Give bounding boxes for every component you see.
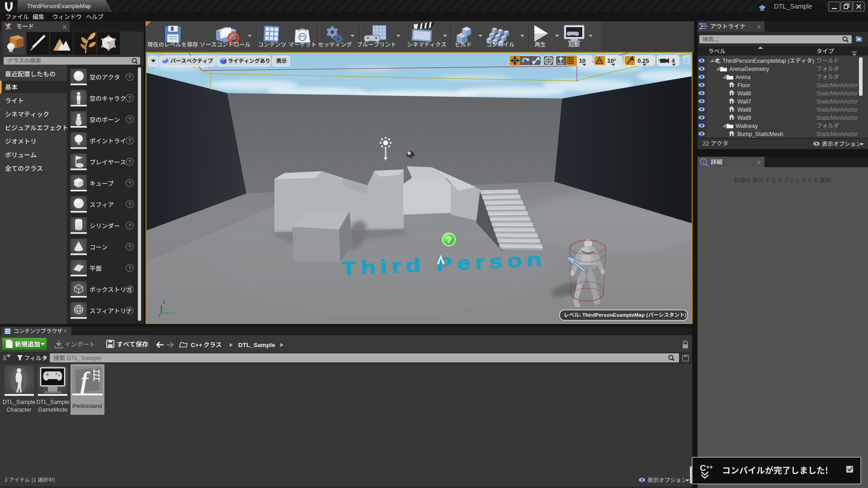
svg-text:?: ? [128, 308, 132, 313]
svg-text:?: ? [128, 286, 132, 292]
svg-text:10°: 10° [607, 57, 616, 64]
svg-text:?: ? [128, 180, 132, 186]
svg-text:StaticMeshActor: StaticMeshActor [816, 99, 858, 105]
svg-text:ThirdPersonExampleMap: ThirdPersonExampleMap [27, 3, 91, 9]
svg-text:Wall6: Wall6 [737, 90, 751, 97]
svg-text:C++: C++ [191, 342, 203, 348]
svg-text:Arena: Arena [736, 74, 750, 80]
svg-text:StaticMeshActor: StaticMeshActor [816, 107, 858, 113]
svg-text:?: ? [128, 159, 132, 164]
svg-text:Character: Character [7, 407, 32, 413]
svg-text:DTL_Sample: DTL_Sample [238, 342, 275, 348]
svg-text:Wall8: Wall8 [737, 107, 751, 113]
svg-text:?: ? [128, 74, 132, 80]
svg-text:Y: Y [171, 311, 175, 316]
svg-text:DTL_Sample: DTL_Sample [3, 399, 36, 405]
svg-text:DTL_Sample: DTL_Sample [774, 3, 812, 10]
svg-text:0.25: 0.25 [637, 57, 649, 64]
svg-text:Wall7: Wall7 [737, 99, 751, 105]
svg-text:C: C [700, 463, 706, 473]
svg-text:ThirdPersonExampleMap (: ThirdPersonExampleMap ( [582, 312, 648, 318]
svg-text:StaticMeshActor: StaticMeshActor [816, 131, 858, 137]
svg-text:DTL_Sample: DTL_Sample [37, 399, 70, 405]
svg-text:StaticMeshActor: StaticMeshActor [816, 115, 858, 121]
svg-text:?: ? [154, 316, 156, 321]
svg-text:?: ? [128, 223, 132, 228]
svg-text:?: ? [128, 138, 132, 143]
svg-text:): ) [812, 58, 814, 64]
svg-text:?: ? [128, 202, 132, 207]
svg-text:ThirdPersonExampleMap (: ThirdPersonExampleMap ( [722, 58, 790, 64]
svg-text:?: ? [128, 117, 132, 122]
svg-text:?: ? [128, 244, 132, 249]
svg-text:Bump_StaticMesh: Bump_StaticMesh [737, 131, 783, 137]
svg-text:ArenaGeometry: ArenaGeometry [729, 66, 769, 72]
svg-text:Z: Z [163, 300, 165, 305]
svg-text:Floor: Floor [737, 82, 750, 89]
svg-text:22: 22 [703, 140, 709, 147]
svg-text:StaticMeshActor: StaticMeshActor [816, 90, 858, 97]
svg-text:4: 4 [671, 57, 675, 64]
svg-text:?: ? [446, 235, 452, 245]
svg-text:Walkway: Walkway [736, 123, 758, 129]
svg-text:10: 10 [579, 57, 585, 64]
svg-text:Wall9: Wall9 [737, 115, 751, 121]
svg-text:?: ? [128, 95, 132, 101]
svg-text:PerlinIsland: PerlinIsland [72, 403, 102, 409]
svg-text:GameMode: GameMode [38, 407, 67, 413]
svg-text:StaticMeshActor: StaticMeshActor [816, 82, 858, 89]
svg-text:?: ? [128, 265, 132, 271]
svg-text:): ) [685, 312, 687, 318]
svg-text:++: ++ [706, 464, 713, 470]
svg-text:DTL_Sample: DTL_Sample [67, 355, 101, 361]
